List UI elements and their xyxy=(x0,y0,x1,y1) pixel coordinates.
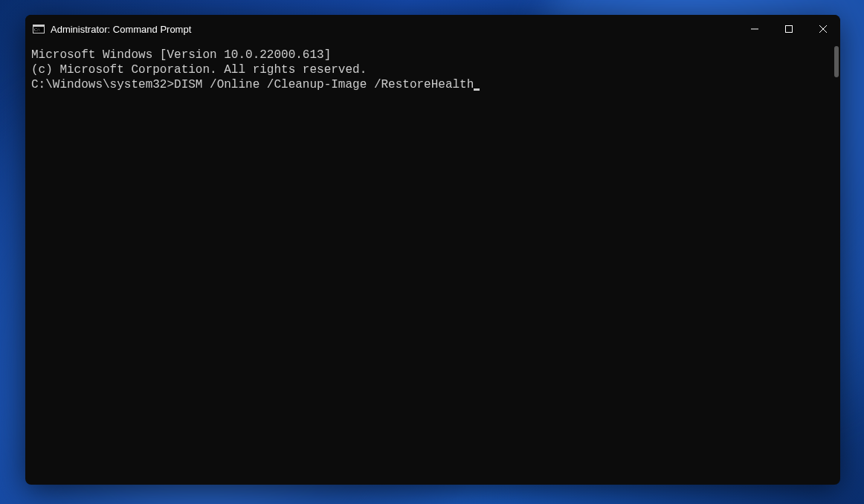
close-button[interactable] xyxy=(806,15,840,43)
version-line: Microsoft Windows [Version 10.0.22000.61… xyxy=(31,48,834,62)
svg-rect-4 xyxy=(786,26,793,33)
cmd-icon: C:\ xyxy=(33,23,45,35)
maximize-button[interactable] xyxy=(772,15,806,43)
svg-rect-1 xyxy=(33,25,45,28)
window-controls xyxy=(738,15,840,43)
svg-text:C:\: C:\ xyxy=(34,28,40,32)
scrollbar-thumb[interactable] xyxy=(834,46,839,77)
copyright-line: (c) Microsoft Corporation. All rights re… xyxy=(31,62,834,77)
minimize-button[interactable] xyxy=(738,15,772,43)
command-prompt-window: C:\ Administrator: Command Prompt Micros… xyxy=(25,15,840,485)
titlebar[interactable]: C:\ Administrator: Command Prompt xyxy=(25,15,840,43)
text-cursor xyxy=(474,88,480,91)
prompt-text: C:\Windows\system32> xyxy=(31,77,174,92)
window-title: Administrator: Command Prompt xyxy=(51,24,738,35)
terminal-output[interactable]: Microsoft Windows [Version 10.0.22000.61… xyxy=(25,43,840,485)
command-text: DISM /Online /Cleanup-Image /RestoreHeal… xyxy=(174,77,474,92)
prompt-line: C:\Windows\system32>DISM /Online /Cleanu… xyxy=(31,77,834,92)
